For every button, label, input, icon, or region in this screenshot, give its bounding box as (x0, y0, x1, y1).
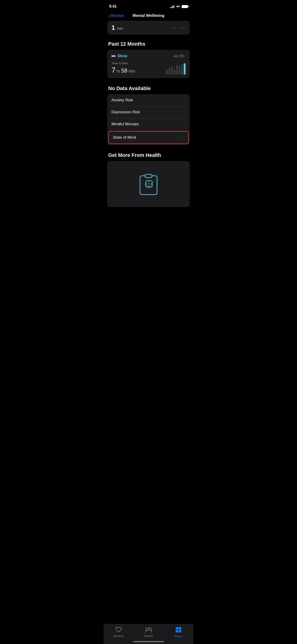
get-more-header: Get More From Health (104, 151, 194, 161)
chevron-right-icon: › (184, 122, 186, 126)
sleep-chevron-icon: › (184, 54, 186, 58)
list-item-label: Mindful Minutes (112, 122, 139, 126)
list-item-label: Depression Risk (112, 110, 140, 114)
status-time: 9:41 (109, 4, 117, 9)
nav-bar: ‹ Browse Mental Wellbeing (104, 12, 194, 21)
sleep-time-value: 7 hr 58 min (112, 66, 135, 74)
list-item-label: Anxiety Risk (112, 98, 133, 102)
list-item-depression-risk[interactable]: Depression Risk› (107, 106, 190, 118)
sleep-chart (166, 62, 186, 74)
chevron-right-icon: › (184, 98, 186, 102)
signal-icon (170, 5, 174, 8)
svg-rect-1 (145, 174, 152, 178)
status-bar: 9:41 (104, 0, 194, 12)
list-item-label: State of Mind (113, 135, 136, 140)
partial-card-value: 1 min (112, 24, 123, 31)
chevron-right-icon: › (184, 110, 186, 114)
sleep-date[interactable]: Jun 28 › (173, 54, 186, 58)
past-12-months-header: Past 12 Months (104, 39, 194, 50)
clipboard-brain-icon (138, 172, 159, 196)
list-item-state-of-mind[interactable]: State of Mind› (108, 131, 189, 144)
sleep-label: Sleep (118, 54, 127, 58)
partial-card: 1 min — — (107, 21, 190, 34)
back-button[interactable]: ‹ Browse (108, 13, 124, 18)
wifi-icon (176, 5, 180, 8)
sleep-card-body: Time In Bed 7 hr 58 min (112, 62, 186, 74)
list-item-anxiety-risk[interactable]: Anxiety Risk› (107, 94, 190, 106)
collapse-button[interactable]: — (172, 25, 177, 31)
promo-card (107, 161, 190, 207)
battery-icon (182, 5, 188, 8)
sleep-card[interactable]: 🛏 Sleep Jun 28 › Time In Bed 7 hr 58 min (107, 50, 190, 78)
no-data-list: Anxiety Risk›Depression Risk›Mindful Min… (107, 94, 190, 145)
page-title: Mental Wellbeing (132, 13, 164, 18)
sleep-title: 🛏 Sleep (112, 54, 127, 58)
back-label: Browse (111, 13, 124, 18)
no-data-header: No Data Available (104, 84, 194, 94)
expand-button[interactable]: — (180, 25, 186, 31)
svg-rect-0 (140, 176, 157, 195)
sleep-card-header: 🛏 Sleep Jun 28 › (112, 54, 186, 58)
list-item-mindful-minutes[interactable]: Mindful Minutes› (107, 118, 190, 130)
sleep-bed-icon: 🛏 (112, 54, 116, 58)
chevron-right-icon: › (183, 136, 184, 140)
status-icons (170, 5, 188, 8)
back-chevron-icon: ‹ (108, 13, 110, 18)
sleep-time-info: Time In Bed 7 hr 58 min (112, 62, 135, 74)
partial-card-controls: — — (172, 25, 186, 31)
